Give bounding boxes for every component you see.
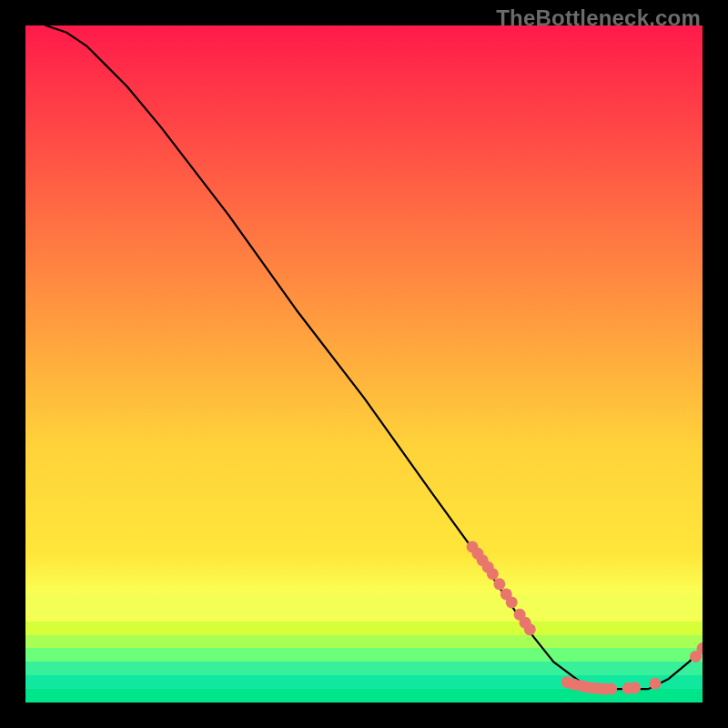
data-dots bbox=[467, 541, 703, 694]
data-point bbox=[493, 578, 505, 590]
data-point bbox=[506, 596, 518, 608]
data-point bbox=[605, 683, 617, 695]
plot-area bbox=[25, 25, 703, 703]
curve-layer bbox=[25, 25, 703, 703]
data-point bbox=[524, 623, 536, 635]
chart-stage: TheBottleneck.com bbox=[0, 0, 728, 728]
watermark-text: TheBottleneck.com bbox=[496, 5, 701, 31]
data-point bbox=[487, 568, 499, 580]
data-point bbox=[629, 682, 641, 693]
data-point bbox=[649, 678, 661, 690]
bottleneck-curve bbox=[46, 25, 703, 689]
